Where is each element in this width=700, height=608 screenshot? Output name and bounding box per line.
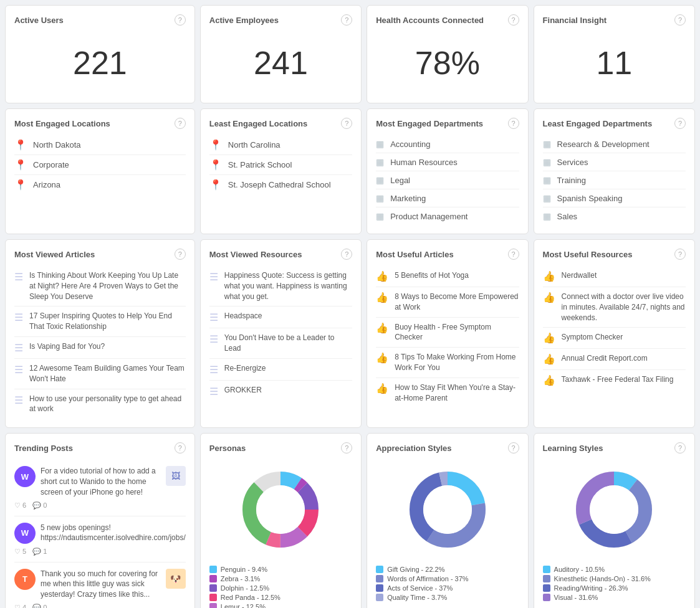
- item-label: Corporate: [33, 160, 69, 169]
- card-header: Learning Styles ?: [543, 442, 686, 454]
- dept-icon: ▦: [376, 139, 384, 149]
- thumbs-up-icon: 👍: [543, 374, 555, 386]
- help-icon[interactable]: ?: [175, 442, 186, 454]
- legend-item: Words of Affirmation - 37%: [376, 575, 519, 582]
- department-list: ▦ Accounting ▦ Human Resources ▦ Legal ▦…: [376, 135, 519, 225]
- list-item: 👍 Symptom Checker: [543, 328, 686, 349]
- legend-item: Quality Time - 3.7%: [376, 594, 519, 601]
- help-icon[interactable]: ?: [175, 249, 186, 260]
- help-icon[interactable]: ?: [508, 442, 519, 454]
- stat-card-header: Active Users ?: [14, 14, 186, 26]
- item-label: Buoy Health - Free Symptom Checker: [395, 322, 519, 343]
- resource-icon: ☰: [209, 364, 218, 376]
- list-item: 📍 St. Patrick School: [209, 155, 352, 175]
- item-label: 5 Benefits of Hot Yoga: [395, 270, 469, 281]
- pin-icon: 📍: [209, 139, 222, 151]
- help-icon[interactable]: ?: [341, 14, 352, 26]
- item-label: Happiness Quote: Success is getting what…: [224, 270, 352, 302]
- appreciation-styles-card: Appreciation Styles ? Gift Giving - 2: [367, 433, 528, 608]
- help-icon[interactable]: ?: [674, 442, 686, 454]
- svg-point-20: [590, 485, 638, 534]
- item-label: 12 Awesome Team Building Games Your Team…: [29, 363, 186, 384]
- help-icon[interactable]: ?: [674, 249, 686, 260]
- help-icon[interactable]: ?: [674, 118, 686, 129]
- item-label: North Carolina: [228, 140, 280, 150]
- help-icon[interactable]: ?: [341, 118, 352, 129]
- post-text: 5 new jobs openings! https://ndautismcen…: [41, 523, 186, 544]
- svg-point-14: [423, 485, 472, 534]
- help-icon[interactable]: ?: [508, 14, 519, 26]
- list-item: 👍 5 Benefits of Hot Yoga: [376, 266, 519, 287]
- legend-item: Red Panda - 12.5%: [209, 594, 352, 601]
- thumbs-up-icon: 👍: [543, 270, 555, 282]
- post-meta: ♡ 6 💬 0: [14, 501, 186, 510]
- stat-card-header: Financial Insight ?: [543, 14, 686, 26]
- list-item: ☰ Is Thinking About Work Keeping You Up …: [14, 266, 186, 306]
- legend-item: Reading/Writing - 26.3%: [543, 584, 686, 592]
- stat-title: Active Users: [14, 16, 64, 25]
- legend-label: Visual - 31.6%: [554, 594, 598, 601]
- help-icon[interactable]: ?: [175, 14, 186, 26]
- list-item: 📍 Corporate: [14, 155, 186, 175]
- location-list: 📍 North Dakota 📍 Corporate 📍 Arizona: [14, 135, 186, 194]
- legend-item: Kinesthetic (Hands-On) - 31.6%: [543, 575, 686, 582]
- stat-card-active-employees: Active Employees ? 241: [200, 5, 362, 103]
- avatar: W: [14, 466, 36, 487]
- list-item: 👍 8 Tips To Make Working From Home Work …: [376, 348, 519, 378]
- thumbs-up-icon: 👍: [376, 292, 388, 303]
- stat-card-header: Active Employees ?: [209, 14, 352, 26]
- help-icon[interactable]: ?: [341, 442, 352, 454]
- legend-color: [209, 566, 217, 573]
- item-label: Services: [557, 158, 588, 167]
- article-icon: ☰: [14, 271, 23, 283]
- card-header: Appreciation Styles ?: [376, 442, 519, 454]
- list-item: 📍 North Carolina: [209, 135, 352, 155]
- dept-icon: ▦: [543, 139, 551, 149]
- trending-posts-card: Trending Posts ? W For a video tutorial …: [5, 433, 195, 608]
- card-header: Trending Posts ?: [14, 442, 186, 454]
- item-label: Annual Credit Report.com: [562, 353, 648, 364]
- help-icon[interactable]: ?: [175, 118, 186, 129]
- thumbs-up-icon: 👍: [543, 353, 555, 365]
- stat-card-active-users: Active Users ? 221: [5, 5, 195, 103]
- card-title: Most Viewed Articles: [14, 250, 95, 259]
- legend-color: [543, 566, 550, 573]
- help-icon[interactable]: ?: [674, 14, 686, 26]
- legend-color: [543, 584, 550, 592]
- thumbs-up-icon: 👍: [543, 332, 555, 344]
- legend-color: [376, 584, 383, 592]
- card-header: Most Useful Articles ?: [376, 249, 519, 260]
- stat-value: 221: [14, 32, 186, 94]
- most-engaged-locations-card: Most Engaged Locations ? 📍 North Dakota …: [5, 108, 195, 234]
- stat-card-header: Health Accounts Connected ?: [376, 14, 519, 26]
- list-item: ▦ Product Management: [376, 207, 519, 225]
- legend-item: Visual - 31.6%: [543, 594, 686, 601]
- item-label: Re-Energize: [224, 363, 266, 374]
- post-row: W For a video tutorial of how to add a s…: [14, 466, 186, 497]
- item-label: Connect with a doctor over live video in…: [562, 292, 686, 323]
- item-label: Is Vaping Bad for You?: [29, 341, 105, 352]
- stat-title: Health Accounts Connected: [376, 16, 484, 25]
- article-list: 👍 5 Benefits of Hot Yoga 👍 8 Ways to Bec…: [376, 266, 519, 407]
- help-icon[interactable]: ?: [341, 249, 352, 260]
- thumbs-up-icon: 👍: [543, 292, 555, 303]
- personas-legend: Penguin - 9.4% Zebra - 3.1% Dolphin - 12…: [209, 566, 352, 608]
- card-title: Most Engaged Departments: [376, 119, 483, 128]
- list-item: 👍 Annual Credit Report.com: [543, 349, 686, 370]
- post-item: W 5 new jobs openings! https://ndautismc…: [14, 516, 186, 563]
- item-label: 8 Tips To Make Working From Home Work Fo…: [395, 352, 519, 373]
- list-item: 👍 Buoy Health - Free Symptom Checker: [376, 318, 519, 348]
- list-item: ▦ Sales: [543, 207, 686, 225]
- avatar: W: [14, 523, 36, 544]
- stat-title: Financial Insight: [543, 16, 607, 25]
- legend-color: [376, 566, 383, 573]
- legend-label: Quality Time - 3.7%: [387, 594, 447, 601]
- thumbs-up-icon: 👍: [376, 270, 388, 282]
- dept-icon: ▦: [376, 211, 384, 221]
- help-icon[interactable]: ?: [508, 249, 519, 260]
- item-label: Accounting: [390, 140, 430, 149]
- item-label: How to use your personality type to get …: [29, 394, 186, 415]
- help-icon[interactable]: ?: [508, 118, 519, 129]
- card-title: Least Engaged Departments: [543, 119, 653, 128]
- learning-styles-card: Learning Styles ? Auditory - 10.5%: [534, 433, 695, 608]
